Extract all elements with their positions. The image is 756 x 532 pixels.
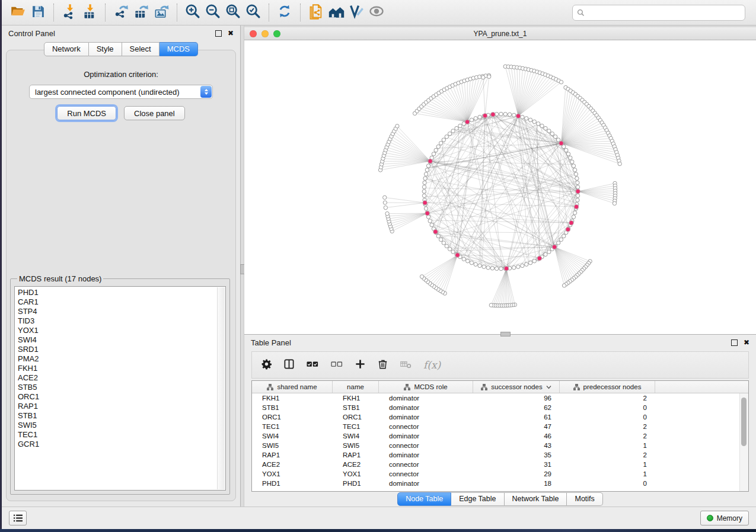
network-node[interactable] (544, 126, 547, 130)
column-header-predecessor-nodes[interactable]: predecessor nodes (560, 381, 655, 393)
mcds-result-item[interactable]: PHD1 (18, 288, 217, 297)
network-node[interactable] (451, 250, 455, 254)
unselect-all-columns-button[interactable] (330, 358, 343, 372)
network-node[interactable] (566, 152, 570, 156)
satellite-nodes[interactable] (378, 65, 621, 307)
mcds-node[interactable] (574, 204, 579, 209)
network-node[interactable] (521, 264, 524, 267)
column-header-successor-nodes[interactable]: successor nodes (473, 381, 560, 393)
satellite-node[interactable] (383, 201, 387, 204)
tab-mcds[interactable]: MCDS (160, 42, 198, 56)
network-node[interactable] (425, 168, 429, 172)
network-node[interactable] (436, 145, 440, 148)
table-row[interactable]: YOX1YOX1connector291 (252, 469, 748, 479)
satellite-node[interactable] (385, 211, 389, 215)
float-table-panel-icon[interactable] (731, 339, 738, 346)
satellite-node[interactable] (562, 284, 566, 287)
close-panel-icon[interactable]: ✖ (228, 30, 234, 37)
network-node[interactable] (451, 129, 455, 133)
mcds-node[interactable] (425, 211, 430, 216)
network-node[interactable] (466, 259, 470, 262)
network-node[interactable] (470, 118, 473, 121)
import-table-button[interactable] (79, 2, 100, 23)
satellite-node[interactable] (487, 75, 491, 78)
satellite-node[interactable] (489, 303, 493, 307)
network-node[interactable] (537, 122, 540, 126)
network-node[interactable] (424, 172, 428, 176)
network-window-titlebar[interactable]: YPA_prune.txt_1 (244, 27, 756, 40)
network-node[interactable] (550, 132, 554, 136)
network-node[interactable] (462, 257, 465, 261)
network-node[interactable] (442, 241, 445, 245)
mcds-result-item[interactable]: SWI5 (18, 421, 217, 430)
show-column-button[interactable] (283, 358, 295, 372)
close-window-icon[interactable] (250, 30, 257, 37)
mcds-node[interactable] (537, 256, 542, 261)
delete-column-button[interactable] (377, 358, 388, 372)
network-node[interactable] (434, 148, 438, 152)
network-node[interactable] (547, 129, 551, 133)
mcds-result-item[interactable]: STP4 (18, 307, 217, 316)
network-canvas[interactable] (244, 40, 756, 334)
network-node[interactable] (576, 181, 579, 184)
column-header-shared-name[interactable]: shared name (252, 381, 333, 393)
network-node[interactable] (525, 117, 528, 120)
mcds-result-item[interactable]: YOX1 (18, 326, 217, 335)
network-node[interactable] (528, 261, 532, 264)
optimization-criterion-select[interactable]: largest connected component (undirected) (29, 85, 213, 99)
network-node[interactable] (448, 132, 451, 136)
tab-network[interactable]: Network (44, 42, 89, 56)
node-table[interactable]: shared namenameMCDS rolesuccessor nodesp… (251, 380, 749, 492)
network-node[interactable] (428, 219, 432, 223)
satellite-node[interactable] (481, 75, 485, 79)
mcds-list-scrollbar[interactable] (217, 287, 225, 489)
table-row[interactable]: SWI5SWI5connector431 (252, 441, 748, 450)
network-node[interactable] (503, 112, 507, 116)
network-node[interactable] (455, 126, 458, 130)
network-node[interactable] (499, 267, 503, 270)
mcds-result-item[interactable]: GCR1 (18, 440, 217, 449)
import-network-button[interactable] (59, 2, 79, 23)
mcds-result-item[interactable]: FKH1 (18, 364, 217, 373)
network-node[interactable] (528, 118, 532, 121)
mcds-result-item[interactable]: CAR1 (18, 297, 217, 307)
mcds-node[interactable] (455, 253, 460, 258)
network-node[interactable] (525, 262, 528, 266)
network-node[interactable] (436, 234, 440, 238)
network-node[interactable] (573, 211, 576, 214)
mcds-node[interactable] (491, 112, 496, 117)
network-node[interactable] (478, 115, 481, 118)
zoom-out-button[interactable] (203, 2, 223, 23)
table-scrollbar-thumb[interactable] (741, 398, 747, 446)
network-node[interactable] (448, 247, 451, 251)
network-node[interactable] (439, 141, 442, 145)
network-node[interactable] (532, 120, 536, 123)
memory-button[interactable]: Memory (700, 511, 749, 525)
home-button[interactable] (326, 2, 346, 23)
satellite-node[interactable] (559, 80, 563, 84)
create-column-button[interactable] (355, 358, 366, 372)
network-node[interactable] (482, 265, 486, 268)
network-node[interactable] (422, 190, 426, 193)
network-node[interactable] (445, 244, 448, 248)
network-node[interactable] (439, 238, 442, 241)
network-node[interactable] (562, 234, 566, 238)
mcds-node[interactable] (566, 227, 570, 232)
search-input[interactable] (587, 8, 741, 17)
mcds-node[interactable] (576, 189, 580, 194)
network-node[interactable] (544, 252, 547, 256)
export-network-button[interactable] (111, 2, 131, 23)
table-row[interactable]: STB1STB1dominator620 (252, 403, 748, 412)
network-node[interactable] (575, 177, 579, 180)
satellite-node[interactable] (613, 201, 616, 205)
maximize-window-icon[interactable] (273, 30, 280, 37)
mcds-result-item[interactable]: STB5 (18, 383, 217, 392)
export-image-button[interactable] (151, 2, 171, 23)
tab-edge-table[interactable]: Edge Table (451, 492, 504, 506)
close-table-panel-icon[interactable]: ✖ (744, 339, 749, 346)
network-node[interactable] (486, 266, 490, 270)
float-panel-icon[interactable] (215, 30, 222, 37)
network-node[interactable] (422, 185, 426, 188)
mcds-result-item[interactable]: ACE2 (18, 373, 217, 383)
network-node[interactable] (422, 194, 426, 197)
